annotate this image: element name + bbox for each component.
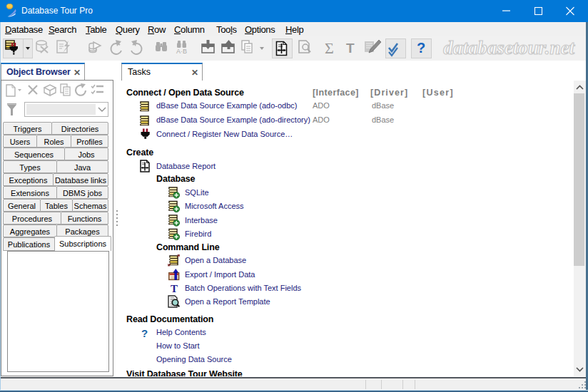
svg-text:?: ?: [417, 40, 425, 56]
svg-text:T: T: [346, 41, 355, 56]
svg-text:Σ: Σ: [325, 39, 334, 57]
svg-text:?: ?: [141, 327, 148, 339]
svg-text:A·B: A·B: [176, 48, 187, 55]
svg-text:T: T: [171, 283, 178, 294]
